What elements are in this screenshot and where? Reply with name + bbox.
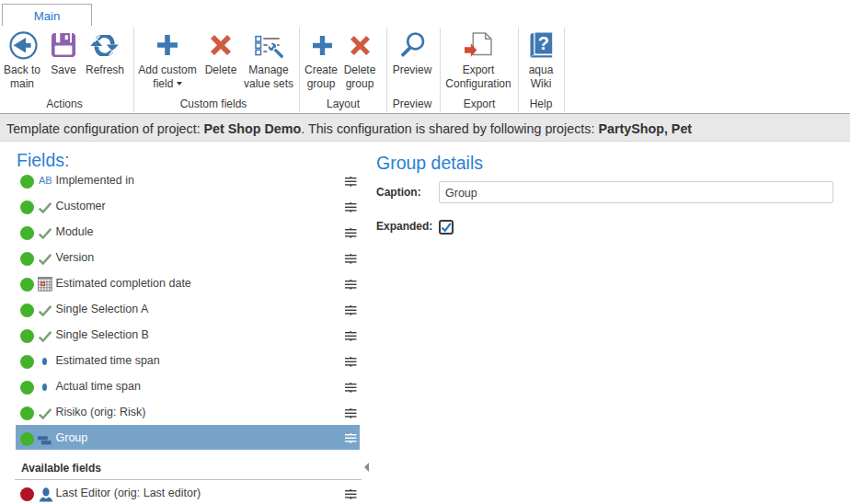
svg-text:?: ? xyxy=(538,32,549,52)
